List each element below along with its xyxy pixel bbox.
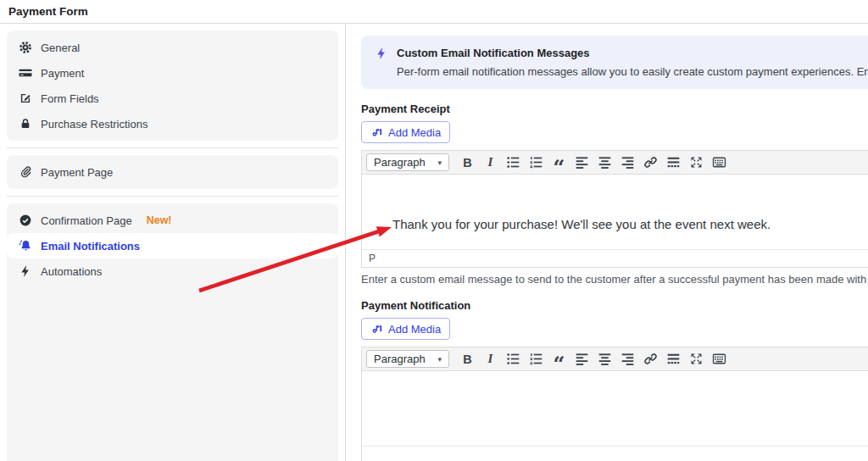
sidebar-item-purchase-restrictions[interactable]: Purchase Restrictions	[7, 111, 338, 136]
payment-receipt-label: Payment Receipt	[361, 103, 868, 115]
italic-button[interactable]: I	[480, 153, 501, 172]
banner-title: Custom Email Notification Messages	[397, 47, 868, 59]
align-right-icon	[620, 352, 635, 366]
sidebar-item-label: Payment Page	[41, 166, 113, 179]
notification-editor-statusbar	[362, 446, 868, 461]
receipt-editor-statusbar: P	[362, 249, 868, 267]
sidebar-item-label: Payment	[41, 67, 84, 80]
sidebar-group-notifications: Confirmation Page New! Email Notificatio…	[7, 203, 338, 461]
align-center-icon	[598, 155, 612, 169]
bold-button[interactable]: B	[457, 153, 478, 172]
sidebar-item-label: Form Fields	[41, 92, 99, 105]
gear-icon	[19, 41, 32, 54]
sidebar-item-label: Purchase Restrictions	[41, 118, 147, 131]
notification-editor: Paragraph ▾ B I “	[361, 347, 868, 461]
align-center-button[interactable]	[594, 350, 615, 369]
sidebar-item-payment[interactable]: Payment	[7, 60, 338, 86]
sidebar-item-label: Confirmation Page	[41, 214, 132, 227]
italic-button[interactable]: I	[480, 350, 501, 369]
paragraph-format-dropdown[interactable]: Paragraph ▾	[366, 350, 449, 368]
link-icon	[643, 155, 658, 169]
align-left-button[interactable]	[571, 153, 593, 172]
payment-notification-label: Payment Notification	[361, 299, 868, 312]
sidebar-divider	[7, 147, 338, 148]
paragraph-format-value: Paragraph	[374, 353, 426, 365]
numbered-list-button[interactable]	[526, 153, 547, 172]
info-banner: Custom Email Notification Messages Per-f…	[361, 36, 868, 89]
fullscreen-icon	[689, 155, 704, 169]
add-media-button[interactable]: Add Media	[361, 121, 450, 143]
sidebar-group-form: General Payment Form Fields Purchase Res…	[7, 31, 338, 141]
align-left-button[interactable]	[571, 350, 593, 369]
bold-button[interactable]: B	[457, 350, 478, 369]
link-button[interactable]	[640, 350, 661, 369]
align-right-button[interactable]	[617, 350, 638, 369]
sidebar-item-label: Email Notifications	[41, 240, 140, 253]
toolbar-toggle-button[interactable]	[709, 350, 730, 369]
align-right-button[interactable]	[617, 153, 638, 172]
sidebar-item-form-fields[interactable]: Form Fields	[7, 86, 338, 111]
numbered-list-button[interactable]	[526, 350, 547, 369]
align-right-icon	[620, 155, 635, 169]
window-titlebar: Payment Form	[0, 0, 868, 24]
read-more-icon	[666, 155, 681, 169]
edit-icon	[19, 92, 32, 105]
blockquote-button[interactable]: “	[548, 350, 570, 369]
notification-editor-toolbar: Paragraph ▾ B I “	[362, 347, 868, 371]
add-media-button[interactable]: Add Media	[361, 318, 450, 340]
fullscreen-button[interactable]	[686, 153, 707, 172]
chevron-down-icon: ▾	[437, 355, 442, 364]
blockquote-button[interactable]: “	[548, 153, 570, 172]
read-more-button[interactable]	[663, 153, 684, 172]
receipt-editor: Paragraph ▾ B I “ Thank you for your pur…	[361, 150, 868, 268]
banner-description: Per-form email notification messages all…	[397, 65, 868, 78]
lightning-icon	[19, 264, 32, 278]
read-more-button[interactable]	[663, 350, 684, 369]
element-path: P	[369, 253, 376, 264]
add-media-icon	[370, 126, 383, 139]
toolbar-toggle-icon	[712, 155, 726, 169]
page-title: Payment Form	[8, 5, 88, 18]
settings-sidebar: General Payment Form Fields Purchase Res…	[0, 24, 346, 461]
numbered-list-icon	[529, 155, 543, 169]
bell-icon	[19, 239, 32, 253]
notification-editor-content[interactable]	[362, 371, 868, 446]
lock-icon	[19, 117, 32, 131]
receipt-help-text: Enter a custom email message to send to …	[361, 273, 868, 286]
toolbar-toggle-icon	[712, 352, 726, 366]
bulleted-list-button[interactable]	[503, 153, 524, 172]
add-media-label: Add Media	[388, 126, 441, 139]
numbered-list-icon	[529, 352, 543, 366]
align-left-icon	[575, 352, 589, 366]
new-badge: New!	[147, 214, 172, 226]
sidebar-item-automations[interactable]: Automations	[7, 258, 338, 284]
chevron-down-icon: ▾	[437, 158, 442, 167]
sidebar-item-label: General	[41, 42, 80, 54]
sidebar-group-pages: Payment Page	[7, 155, 338, 189]
sidebar-item-label: Automations	[41, 265, 102, 278]
paperclip-icon	[19, 165, 32, 179]
toolbar-toggle-button[interactable]	[709, 153, 730, 172]
sidebar-item-email-notifications[interactable]: Email Notifications	[7, 233, 338, 258]
bulleted-list-icon	[506, 352, 520, 366]
sidebar-item-payment-page[interactable]: Payment Page	[7, 159, 338, 185]
check-circle-icon	[19, 214, 32, 227]
add-media-label: Add Media	[388, 323, 441, 336]
sidebar-divider	[7, 196, 338, 197]
paragraph-format-dropdown[interactable]: Paragraph ▾	[366, 153, 449, 171]
fullscreen-button[interactable]	[686, 350, 707, 369]
align-left-icon	[575, 155, 589, 169]
sidebar-item-general[interactable]: General	[7, 35, 338, 60]
bulleted-list-button[interactable]	[503, 350, 524, 369]
sidebar-item-confirmation-page[interactable]: Confirmation Page New!	[7, 208, 338, 233]
receipt-editor-content[interactable]: Thank you for your purchase! We'll see y…	[362, 175, 868, 249]
paragraph-format-value: Paragraph	[374, 156, 426, 169]
link-icon	[643, 352, 658, 366]
add-media-icon	[370, 323, 383, 336]
link-button[interactable]	[640, 153, 661, 172]
align-center-icon	[598, 352, 612, 366]
credit-card-icon	[19, 66, 32, 80]
settings-panel: Custom Email Notification Messages Per-f…	[346, 24, 868, 461]
align-center-button[interactable]	[594, 153, 615, 172]
read-more-icon	[666, 352, 681, 366]
